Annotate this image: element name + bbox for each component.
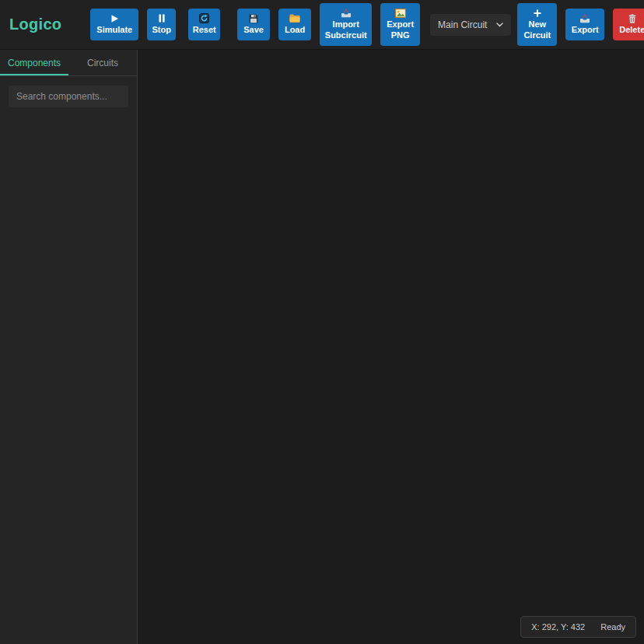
pause-icon bbox=[158, 13, 166, 23]
components-sidebar: Components Circuits bbox=[0, 50, 138, 644]
delete-button-label: Delete bbox=[619, 25, 644, 36]
save-button[interactable]: Save bbox=[237, 9, 270, 40]
plus-icon bbox=[534, 8, 541, 18]
export-button[interactable]: Export bbox=[565, 9, 604, 40]
load-button-label: Load bbox=[285, 25, 305, 36]
toolbar: Logico Simulate Stop Reset bbox=[0, 0, 644, 50]
new-circuit-button[interactable]: New Circuit bbox=[517, 3, 557, 46]
delete-button[interactable]: Delete bbox=[613, 9, 644, 40]
export-button-label: Export bbox=[572, 25, 599, 36]
export-png-button[interactable]: Export PNG bbox=[380, 3, 420, 46]
simulate-button-label: Simulate bbox=[96, 25, 132, 36]
status-text: Ready bbox=[600, 622, 625, 632]
sidebar-tabs: Components Circuits bbox=[0, 50, 137, 76]
new-circuit-button-label: New Circuit bbox=[523, 19, 551, 41]
tab-circuits[interactable]: Circuits bbox=[68, 50, 137, 75]
search-container bbox=[0, 76, 137, 117]
tab-components-label: Components bbox=[8, 58, 61, 68]
stop-button[interactable]: Stop bbox=[147, 9, 176, 40]
circuit-select-value: Main Circuit bbox=[438, 19, 487, 30]
stop-button-label: Stop bbox=[152, 25, 171, 36]
export-png-button-label: Export PNG bbox=[387, 19, 414, 41]
reset-button-label: Reset bbox=[193, 25, 216, 36]
upload-tray-icon bbox=[341, 8, 352, 18]
circuit-select[interactable]: Main Circuit bbox=[430, 14, 511, 36]
chevron-down-icon bbox=[496, 19, 503, 30]
search-components-input[interactable] bbox=[9, 86, 128, 107]
load-button[interactable]: Load bbox=[278, 9, 311, 40]
tab-circuits-label: Circuits bbox=[87, 58, 118, 68]
tab-components[interactable]: Components bbox=[0, 50, 68, 75]
play-icon bbox=[110, 13, 119, 23]
framed-picture-icon bbox=[395, 8, 406, 18]
status-bar: X: 292, Y: 432 Ready bbox=[520, 616, 636, 638]
reset-icon bbox=[199, 13, 209, 23]
floppy-disk-icon bbox=[249, 13, 258, 23]
simulate-button[interactable]: Simulate bbox=[90, 9, 138, 40]
folder-icon bbox=[289, 13, 300, 23]
import-subcircuit-button[interactable]: Import Subcircuit bbox=[320, 3, 372, 46]
save-button-label: Save bbox=[243, 25, 264, 36]
upload-tray-icon bbox=[579, 13, 590, 23]
import-subcircuit-button-label: Import Subcircuit bbox=[325, 19, 367, 41]
app-logo: Logico bbox=[9, 16, 61, 33]
circuit-canvas[interactable]: X: 292, Y: 432 Ready bbox=[138, 50, 644, 644]
cursor-coordinates: X: 292, Y: 432 bbox=[531, 622, 585, 632]
app-window: Logico Simulate Stop Reset bbox=[0, 0, 644, 644]
trash-icon bbox=[628, 13, 636, 23]
reset-button[interactable]: Reset bbox=[188, 9, 220, 40]
